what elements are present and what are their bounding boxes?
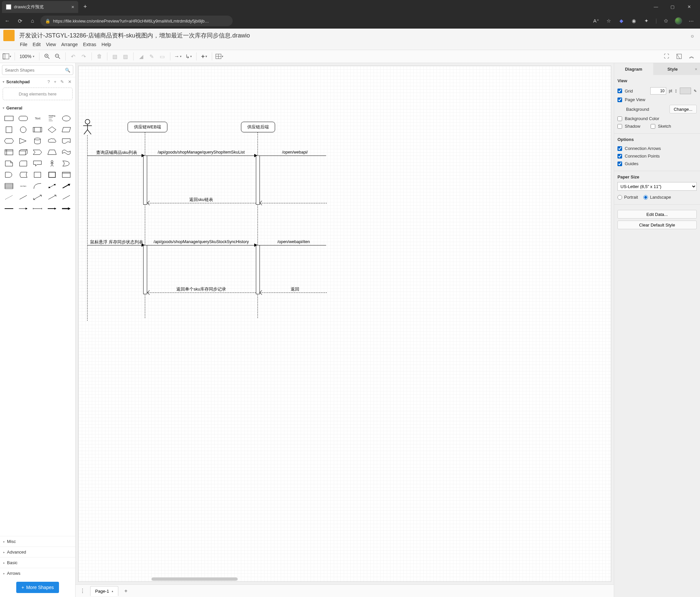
shape-arrow[interactable] [60, 182, 73, 191]
scratchpad-edit-icon[interactable]: ✎ [59, 79, 65, 84]
shape-edge4[interactable] [46, 204, 58, 213]
menu-extras[interactable]: Extras [83, 42, 96, 47]
paper-size-select[interactable]: US-Letter (8,5" x 11") [618, 182, 697, 191]
shape-edge5[interactable] [60, 204, 73, 213]
shape-text[interactable]: Text [31, 114, 44, 123]
menu-file[interactable]: File [20, 42, 27, 47]
to-front-button[interactable]: ▧ [110, 52, 120, 61]
format-panel-button[interactable] [674, 52, 684, 61]
shape-diamond[interactable] [46, 125, 58, 134]
menu-view[interactable]: View [46, 42, 56, 47]
fullscreen-button[interactable]: ⛶ [661, 52, 672, 61]
scratchpad-add-icon[interactable]: + [53, 79, 57, 84]
general-section-label[interactable]: General [6, 105, 22, 111]
grid-color-swatch[interactable] [680, 88, 691, 94]
diagram-actor[interactable] [82, 119, 93, 136]
shape-card[interactable] [17, 159, 29, 168]
extension1-icon[interactable]: ◆ [618, 17, 625, 25]
scratchpad-close-icon[interactable]: ✕ [67, 79, 73, 84]
zoom-selector[interactable]: 100%▾ [18, 54, 36, 59]
shape-dir-thin[interactable] [46, 193, 58, 202]
menu-help[interactable]: Help [101, 42, 111, 47]
grid-checkbox[interactable] [618, 89, 622, 93]
zoom-in-button[interactable] [42, 52, 52, 61]
landscape-radio[interactable] [643, 195, 648, 200]
shape-hexagon[interactable] [3, 136, 15, 146]
shape-document[interactable] [60, 136, 73, 146]
table-button[interactable]: ▾ [215, 52, 225, 61]
back-button[interactable]: ← [3, 16, 12, 26]
profile-avatar[interactable] [675, 17, 682, 25]
lane-web-box[interactable]: 供应链WEB端 [128, 122, 167, 132]
shape-bidir-thin[interactable] [31, 193, 44, 202]
tab-diagram[interactable]: Diagram [614, 63, 653, 75]
category-misc[interactable]: ▸Misc [0, 536, 75, 547]
shape-internal-storage[interactable] [3, 148, 15, 157]
color-picker-icon[interactable]: ✎ [694, 89, 697, 93]
extension2-icon[interactable]: ◉ [630, 17, 638, 25]
clear-style-button[interactable]: Clear Default Style [618, 220, 697, 229]
shape-data-storage[interactable] [17, 170, 29, 180]
minimize-button[interactable]: — [648, 2, 664, 12]
shape-note[interactable] [3, 159, 15, 168]
close-icon[interactable]: × [71, 4, 74, 9]
redo-button[interactable]: ↷ [79, 52, 89, 61]
scratchpad-dropzone[interactable]: Drag elements here [3, 88, 73, 100]
panel-close-icon[interactable]: × [692, 63, 700, 75]
shape-step[interactable] [31, 148, 44, 157]
address-bar[interactable]: 🔒 https://file.kkview.cn/onlinePreview?u… [41, 16, 233, 26]
shape-heading[interactable]: Heading━━━━━━━━━━━ [46, 114, 58, 123]
more-shapes-button[interactable]: +More Shapes [16, 582, 59, 593]
shape-parallelogram[interactable] [60, 125, 73, 134]
shape-triangle[interactable] [17, 136, 29, 146]
shape-curve[interactable] [31, 182, 44, 191]
portrait-radio[interactable] [618, 195, 622, 200]
page-view-checkbox[interactable] [618, 97, 622, 102]
shadow-checkbox[interactable] [618, 124, 622, 129]
category-arrows[interactable]: ▸Arrows [0, 568, 75, 578]
shape-edge3[interactable] [31, 204, 44, 213]
shape-tape[interactable] [60, 148, 73, 157]
shape-process[interactable] [31, 125, 44, 134]
shape-edge1[interactable] [3, 204, 15, 213]
category-advanced[interactable]: ▸Advanced [0, 547, 75, 557]
shape-list-item[interactable]: List Item [17, 182, 29, 191]
grid-size-input[interactable] [650, 87, 666, 95]
shape-or[interactable] [60, 159, 73, 168]
shape-link[interactable] [60, 193, 73, 202]
undo-button[interactable]: ↶ [68, 52, 78, 61]
shape-rounded-rectangle[interactable] [17, 114, 29, 123]
conn-arrows-checkbox[interactable] [618, 146, 622, 151]
favorite-icon[interactable]: ☆ [605, 17, 612, 25]
shape-line[interactable] [17, 193, 29, 202]
home-button[interactable]: ⌂ [28, 16, 37, 26]
theme-icon[interactable]: ☼ [688, 33, 697, 39]
menu-arrange[interactable]: Arrange [61, 42, 78, 47]
menu-icon[interactable]: ⋯ [688, 17, 695, 25]
shape-ellipse[interactable] [60, 114, 73, 123]
favorites-bar-icon[interactable]: ✩ [662, 17, 670, 25]
search-shapes-input[interactable]: 🔍 [2, 65, 73, 75]
shape-rectangle[interactable] [3, 114, 15, 123]
shape-container-double[interactable] [60, 170, 73, 180]
shape-cloud[interactable] [46, 136, 58, 146]
shape-list[interactable] [3, 182, 15, 191]
tab-style[interactable]: Style [653, 63, 692, 75]
refresh-button[interactable]: ⟳ [15, 16, 25, 26]
add-page-button[interactable]: + [121, 587, 131, 596]
new-tab-button[interactable]: + [80, 2, 90, 12]
shape-dashed-line[interactable] [3, 193, 15, 202]
shadow-button[interactable]: ▭ [157, 52, 167, 61]
page-tab-1[interactable]: Page-1▴ [90, 586, 118, 596]
background-change-button[interactable]: Change... [670, 105, 697, 114]
shape-cylinder[interactable] [31, 136, 44, 146]
conn-points-checkbox[interactable] [618, 154, 622, 159]
shape-and[interactable] [3, 170, 15, 180]
connection-button[interactable]: →▾ [173, 52, 183, 61]
waypoints-button[interactable]: ↳▾ [184, 52, 194, 61]
shape-square[interactable] [3, 125, 15, 134]
line-color-button[interactable]: ✎ [147, 52, 157, 61]
to-back-button[interactable]: ▨ [121, 52, 131, 61]
maximize-button[interactable]: ▢ [665, 2, 680, 12]
sketch-checkbox[interactable] [651, 124, 655, 129]
